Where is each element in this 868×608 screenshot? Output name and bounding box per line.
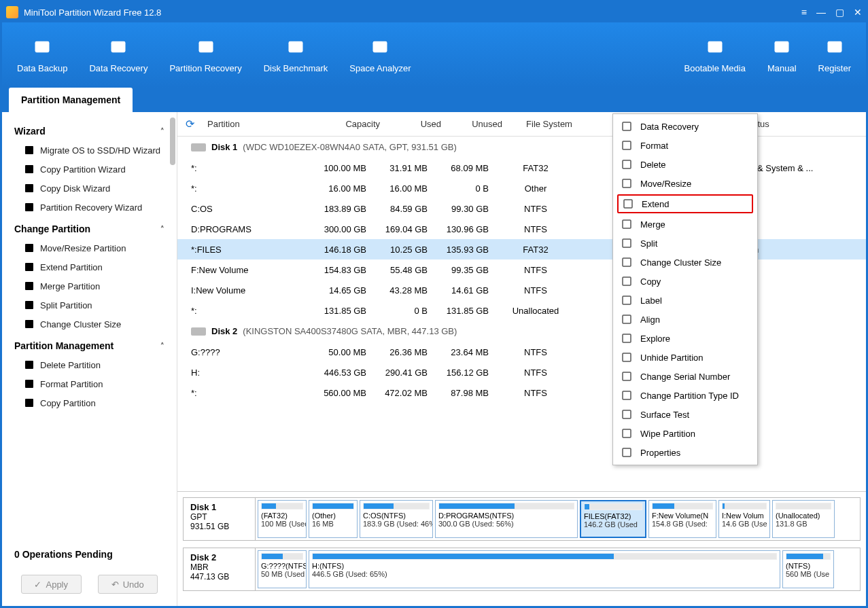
menu-item-explore[interactable]: Explore	[613, 329, 757, 348]
section-header[interactable]: Wizard˄	[2, 119, 177, 141]
toolbar-manual-button[interactable]: Manual	[757, 32, 808, 79]
chevron-up-icon: ˄	[160, 225, 164, 234]
menu-item-align[interactable]: Align	[613, 310, 757, 329]
menu-item-split[interactable]: Split	[613, 234, 757, 253]
partition-row[interactable]: *:16.00 MB16.00 MB0 BOtherNone	[177, 178, 866, 198]
partition-row[interactable]: H:446.53 GB290.41 GB156.12 GBNTFSNone	[177, 362, 866, 382]
menu-item-icon	[621, 371, 632, 382]
menu-item-change-serial-number[interactable]: Change Serial Number	[613, 367, 757, 386]
undo-button[interactable]: ↶Undo	[98, 575, 158, 594]
diskmap-partition[interactable]: FILES(FAT32)146.2 GB (Used	[580, 500, 646, 538]
sidebar-item[interactable]: Change Cluster Size	[2, 315, 177, 334]
diskmap-partition[interactable]: (Other)16 MB	[309, 500, 358, 538]
menu-item-icon	[621, 333, 632, 344]
item-icon	[24, 183, 35, 194]
toolbar-recovery-button[interactable]: Data Recovery	[78, 32, 158, 79]
recovery-icon	[109, 37, 128, 56]
partition-row[interactable]: G:????50.00 MB26.36 MB23.64 MBNTFSActive	[177, 342, 866, 362]
menu-item-surface-test[interactable]: Surface Test	[613, 405, 757, 424]
diskmap-partition[interactable]: (Unallocated)131.8 GB	[772, 500, 835, 538]
partition-row[interactable]: C:OS183.89 GB84.59 GB99.30 GBNTFSBoot	[177, 198, 866, 219]
analyzer-icon	[370, 37, 389, 56]
sidebar-item[interactable]: Copy Partition	[2, 393, 177, 412]
col-capacity[interactable]: Capacity	[324, 119, 389, 129]
toolbar-backup-button[interactable]: Data Backup	[6, 32, 78, 79]
menu-item-properties[interactable]: Properties	[613, 443, 757, 462]
item-icon	[24, 378, 35, 389]
menu-item-wipe-partition[interactable]: Wipe Partition	[613, 424, 757, 443]
col-used[interactable]: Used	[389, 119, 451, 129]
menu-item-copy[interactable]: Copy	[613, 272, 757, 291]
sidebar-item[interactable]: Delete Partition	[2, 355, 177, 374]
col-partition[interactable]: Partition	[202, 119, 324, 129]
partition-row[interactable]: I:New Volume14.65 GB43.28 MB14.61 GBNTFS…	[177, 280, 866, 300]
menu-item-icon	[621, 257, 632, 268]
section-header[interactable]: Partition Management˄	[2, 334, 177, 355]
partition-row[interactable]: *:FILES146.18 GB10.25 GB135.93 GBFAT32Hi…	[177, 239, 866, 260]
toolbar-benchmark-button[interactable]: Disk Benchmark	[253, 32, 339, 79]
svg-rect-10	[25, 184, 33, 192]
diskmap-partition[interactable]: D:PROGRAMS(NTFS)300.0 GB (Used: 56%)	[435, 500, 578, 538]
sidebar-item[interactable]: Migrate OS to SSD/HD Wizard	[2, 141, 177, 160]
toolbar-bootable-button[interactable]: Bootable Media	[674, 32, 757, 79]
disk-header-row[interactable]: Disk 2 (KINGSTON SA400S37480G SATA, MBR,…	[177, 321, 866, 342]
toolbar-precovery-button[interactable]: Partition Recovery	[158, 32, 252, 79]
toolbar-register-button[interactable]: Register	[808, 32, 862, 79]
menu-icon[interactable]: ≡	[801, 7, 807, 18]
menu-item-merge[interactable]: Merge	[613, 215, 757, 234]
sidebar-item[interactable]: Split Partition	[2, 296, 177, 315]
menu-item-label: Move/Resize	[640, 179, 691, 189]
left-scrollbar[interactable]	[170, 118, 175, 165]
partition-row[interactable]: F:New Volume154.83 GB55.48 GB99.35 GBNTF…	[177, 260, 866, 280]
toolbar-analyzer-button[interactable]: Space Analyzer	[338, 32, 421, 79]
diskmap-partition[interactable]: C:OS(NTFS)183.9 GB (Used: 46%	[360, 500, 433, 538]
svg-rect-0	[35, 41, 50, 52]
menu-item-data-recovery[interactable]: Data Recovery	[613, 117, 757, 136]
diskmap-partition[interactable]: G:????(NTFS50 MB (Used	[258, 550, 307, 588]
diskmap-partition[interactable]: F:New Volume(N154.8 GB (Used:	[648, 500, 716, 538]
col-unused[interactable]: Unused	[451, 119, 512, 129]
maximize-icon[interactable]: ▢	[835, 7, 844, 18]
sidebar-item[interactable]: Format Partition	[2, 374, 177, 393]
partition-row[interactable]: *:131.85 GB0 B131.85 GBUnallocatedNone	[177, 300, 866, 321]
sidebar-item[interactable]: Extend Partition	[2, 257, 177, 276]
sidebar-item[interactable]: Copy Disk Wizard	[2, 179, 177, 198]
menu-item-change-partition-type-id[interactable]: Change Partition Type ID	[613, 386, 757, 405]
menu-item-extend[interactable]: Extend	[617, 194, 753, 213]
sidebar-item[interactable]: Partition Recovery Wizard	[2, 198, 177, 217]
menu-item-move-resize[interactable]: Move/Resize	[613, 174, 757, 193]
diskmap-partition[interactable]: (NTFS)560 MB (Use	[782, 550, 834, 588]
menu-item-delete[interactable]: Delete	[613, 155, 757, 174]
diskmap-partition[interactable]: H:(NTFS)446.5 GB (Used: 65%)	[309, 550, 780, 588]
sidebar-item[interactable]: Merge Partition	[2, 276, 177, 296]
refresh-icon[interactable]: ⟳	[177, 118, 202, 130]
section-header[interactable]: Change Partition˄	[2, 217, 177, 238]
apply-button[interactable]: ✓Apply	[21, 575, 82, 594]
svg-rect-28	[623, 277, 631, 285]
menu-item-format[interactable]: Format	[613, 136, 757, 155]
menu-item-label[interactable]: Label	[613, 291, 757, 310]
col-fs[interactable]: File System	[512, 119, 587, 129]
minimize-icon[interactable]: —	[816, 7, 826, 18]
close-icon[interactable]: ✕	[854, 7, 862, 18]
menu-item-icon	[621, 390, 632, 401]
sidebar-item[interactable]: Move/Resize Partition	[2, 238, 177, 257]
diskmap-partition[interactable]: I:New Volum14.6 GB (Use	[718, 500, 770, 538]
app-logo-icon	[6, 6, 18, 18]
menu-item-label: Unhide Partition	[640, 353, 704, 363]
partition-row[interactable]: *:560.00 MB472.02 MB87.98 MBNTFSNone	[177, 382, 866, 403]
menu-item-change-cluster-size[interactable]: Change Cluster Size	[613, 253, 757, 272]
partition-row[interactable]: D:PROGRAMS300.00 GB169.04 GB130.96 GBNTF…	[177, 219, 866, 239]
disk-icon	[191, 143, 206, 151]
menu-item-icon	[621, 276, 632, 287]
manual-icon	[772, 37, 791, 56]
tab-partition-management[interactable]: Partition Management	[9, 88, 133, 112]
menu-item-icon	[621, 121, 632, 132]
sidebar-item[interactable]: Copy Partition Wizard	[2, 160, 177, 179]
diskmap-partition[interactable]: (FAT32)100 MB (Used	[258, 500, 307, 538]
menu-item-unhide-partition[interactable]: Unhide Partition	[613, 348, 757, 367]
partition-row[interactable]: *:100.00 MB31.91 MB68.09 MBFAT32Active &…	[177, 158, 866, 178]
svg-rect-15	[25, 301, 33, 309]
disk-header-row[interactable]: Disk 1 (WDC WD10EZEX-08WN4A0 SATA, GPT, …	[177, 137, 866, 158]
svg-rect-12	[25, 244, 33, 252]
